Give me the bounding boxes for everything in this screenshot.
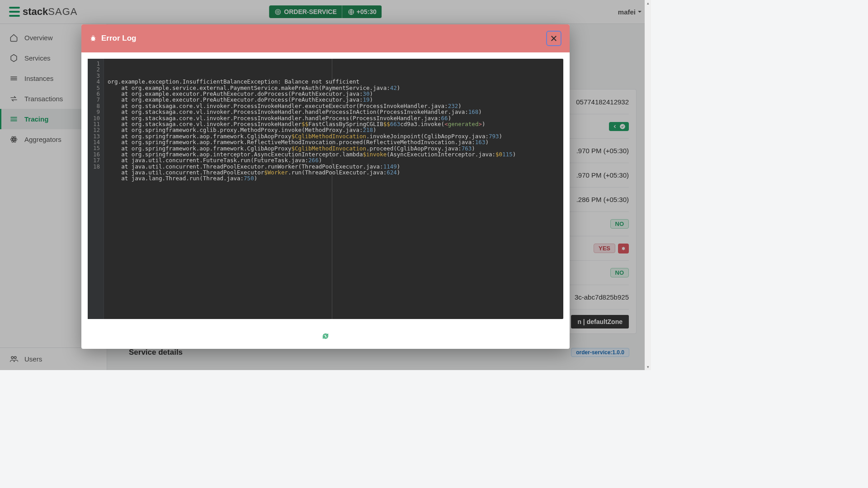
close-icon [550,34,558,42]
stack-trace[interactable]: 123456789101112131415161718 org.example.… [88,59,563,319]
scrollbar[interactable]: ▴ ▾ [645,0,651,370]
error-log-modal: Error Log 123456789101112131415161718 or… [81,24,570,349]
close-button[interactable] [546,31,561,46]
code-area[interactable]: org.example.exception.InsufficientBalanc… [104,59,563,319]
svg-point-11 [91,37,95,41]
editor-ruler [332,59,332,319]
refresh-icon[interactable] [322,333,329,340]
bug-icon [90,35,97,42]
scroll-down-icon[interactable]: ▾ [645,364,651,370]
scroll-up-icon[interactable]: ▴ [645,0,651,6]
modal-title: Error Log [101,34,136,43]
line-gutter: 123456789101112131415161718 [88,59,104,319]
